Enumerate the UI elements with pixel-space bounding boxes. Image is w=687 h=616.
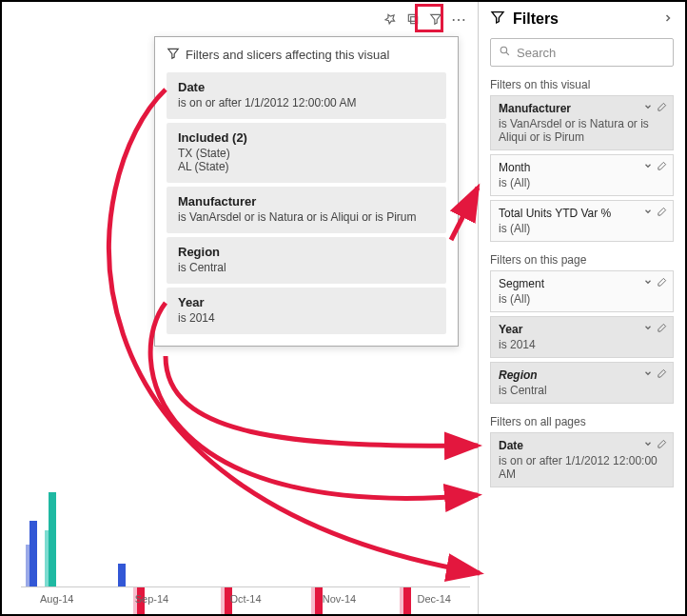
filter-card: Manufactureris VanArsdel or is Natura or… <box>167 187 446 233</box>
more-icon[interactable]: ⋯ <box>447 8 470 30</box>
card-value: is (All) <box>499 222 665 235</box>
card-value: is on or after 1/1/2012 12:00:00 AM <box>499 454 665 481</box>
filter-card[interactable]: Monthis (All) <box>490 154 674 196</box>
axis-line <box>21 586 470 587</box>
eraser-icon[interactable] <box>657 161 667 173</box>
svg-point-2 <box>501 47 507 53</box>
chevron-down-icon[interactable] <box>643 207 653 219</box>
filter-card[interactable]: Yearis 2014 <box>490 316 674 358</box>
search-placeholder: Search <box>517 46 556 60</box>
tick: Oct-14 <box>230 593 262 605</box>
card-value: is 2014 <box>499 338 665 351</box>
filter-card[interactable]: Total Units YTD Var %is (All) <box>490 200 674 242</box>
card-title: Year <box>499 323 665 336</box>
card-title: Date <box>499 439 665 452</box>
filter-card: Yearis 2014 <box>167 288 446 334</box>
filter-card[interactable]: Dateis on or after 1/1/2012 12:00:00 AM <box>490 432 674 487</box>
chevron-down-icon[interactable] <box>643 161 653 173</box>
filter-icon <box>490 10 505 29</box>
filter-card: Dateis on or after 1/1/2012 12:00:00 AM <box>167 72 446 119</box>
section-page-label: Filters on this page <box>490 253 674 267</box>
filter-card: Regionis Central <box>167 237 446 284</box>
tick: Nov-14 <box>323 593 356 605</box>
filter-popup: Filters and slicers affecting this visua… <box>154 36 459 347</box>
eraser-icon[interactable] <box>657 323 667 335</box>
card-title: Manufacturer <box>499 102 665 115</box>
search-icon <box>499 45 511 60</box>
filter-icon <box>167 47 180 63</box>
card-value: is Central <box>499 384 665 397</box>
card-value: is VanArsdel or is Natura or is Aliqui o… <box>178 210 435 224</box>
card-title: Total Units YTD Var % <box>499 207 665 220</box>
card-title: Year <box>178 295 435 309</box>
card-title: Month <box>499 161 665 174</box>
card-value: is (All) <box>499 292 665 306</box>
collapse-icon[interactable] <box>662 10 674 28</box>
panel-title: Filters <box>513 10 559 28</box>
eraser-icon[interactable] <box>657 439 667 451</box>
popup-title: Filters and slicers affecting this visua… <box>186 48 389 62</box>
chevron-down-icon[interactable] <box>643 323 653 335</box>
card-value: is on or after 1/1/2012 12:00:00 AM <box>178 96 435 109</box>
section-visual-label: Filters on this visual <box>490 78 674 91</box>
card-title: Included (2) <box>178 130 435 145</box>
card-value: is VanArsdel or is Natura or is Aliqui o… <box>499 117 665 144</box>
eraser-icon[interactable] <box>657 368 667 381</box>
filter-card[interactable]: Segmentis (All) <box>490 270 674 312</box>
eraser-icon[interactable] <box>657 277 667 289</box>
tick: Dec-14 <box>418 593 451 605</box>
card-title: Date <box>178 80 435 94</box>
chevron-down-icon[interactable] <box>643 277 653 289</box>
filter-card: Included (2)TX (State)AL (State) <box>167 123 446 183</box>
card-title: Segment <box>499 277 665 290</box>
chevron-down-icon[interactable] <box>643 368 653 381</box>
filter-card[interactable]: Regionis Central <box>490 362 674 404</box>
popup-header: Filters and slicers affecting this visua… <box>163 43 450 69</box>
tick: Sep-14 <box>135 593 168 605</box>
eraser-icon[interactable] <box>657 102 667 114</box>
filter-highlight <box>415 4 443 32</box>
pin-icon[interactable] <box>379 8 402 30</box>
card-title: Region <box>499 368 665 382</box>
eraser-icon[interactable] <box>657 207 667 219</box>
filters-panel: Filters Search Filters on this visual Ma… <box>478 2 685 614</box>
card-title: Manufacturer <box>178 194 435 209</box>
card-value: is 2014 <box>178 311 435 325</box>
tick: Aug-14 <box>40 593 73 605</box>
chevron-down-icon[interactable] <box>643 102 653 114</box>
chevron-down-icon[interactable] <box>643 439 653 451</box>
x-axis: Aug-14 Sep-14 Oct-14 Nov-14 Dec-14 <box>21 593 470 605</box>
card-value: is Central <box>178 261 435 274</box>
card-value: is (All) <box>499 176 665 189</box>
filter-card[interactable]: Manufactureris VanArsdel or is Natura or… <box>490 95 674 150</box>
card-title: Region <box>178 245 435 259</box>
card-value: TX (State)AL (State) <box>178 147 435 173</box>
search-input[interactable]: Search <box>490 38 674 67</box>
visual-area: ⋯ Filters and slicers affecting this vis… <box>2 2 478 614</box>
section-all-label: Filters on all pages <box>490 415 674 428</box>
